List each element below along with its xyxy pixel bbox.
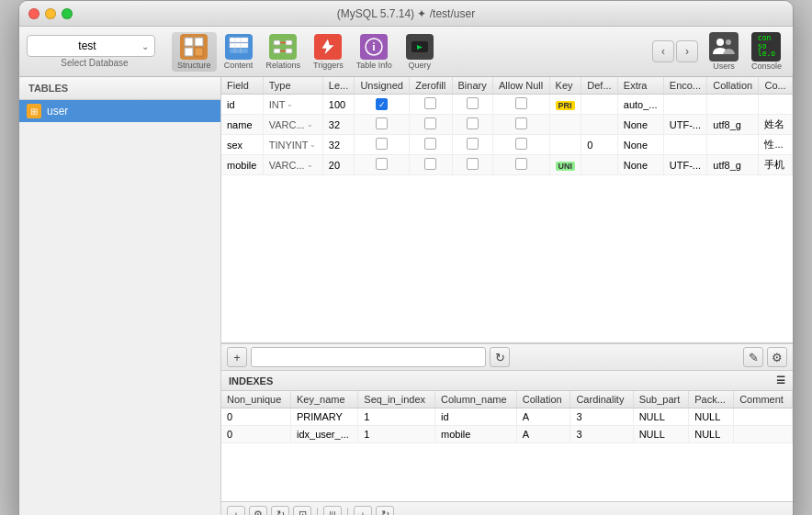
idx-col-cardinality: Cardinality [570, 391, 633, 409]
toolbar-query-button[interactable]: Query [400, 32, 440, 72]
svg-rect-1 [195, 38, 203, 46]
svg-rect-9 [274, 40, 280, 45]
structure-btn-label: Structure [177, 61, 211, 70]
structure-table: Field Type Le... Unsigned Zerofill Binar… [221, 77, 793, 175]
indexes-table: Non_unique Key_name Seq_in_index Column_… [221, 391, 793, 443]
col-zerofill: Zerofill [410, 77, 452, 95]
svg-rect-3 [195, 48, 203, 56]
idx-col-nonunique: Non_unique [221, 391, 290, 409]
bb-add2-button[interactable]: + [354, 506, 372, 516]
users-icon [709, 32, 739, 62]
sidebar-item-label: user [47, 105, 68, 118]
close-button[interactable] [28, 8, 39, 19]
database-selector[interactable]: test ⌄ [27, 35, 155, 57]
triggers-btn-label: Triggers [313, 61, 344, 70]
bb-separator2 [347, 508, 348, 516]
db-selector-arrow-icon: ⌄ [141, 41, 149, 51]
col-extra: Extra [617, 77, 663, 95]
idx-col-seq: Seq_in_index [358, 391, 435, 409]
structure-table-area[interactable]: Field Type Le... Unsigned Zerofill Binar… [221, 77, 793, 343]
sidebar-header: TABLES [19, 77, 220, 100]
filter-input[interactable] [251, 347, 486, 367]
idx-col-subpart: Sub_part [633, 391, 689, 409]
app-window: (MySQL 5.7.14) ✦ /test/user test ⌄ Selec… [18, 0, 794, 515]
users-svg-icon [712, 36, 736, 58]
idx-col-column: Column_name [435, 391, 517, 409]
sidebar: TABLES ⊞ user [19, 77, 221, 515]
bb-refresh-button[interactable]: ↻ [271, 506, 289, 516]
col-unsigned: Unsigned [355, 77, 410, 95]
bb-columns-button[interactable]: ||| [323, 506, 342, 516]
col-collation: Collation [707, 77, 759, 95]
toolbar-tableinfo-button[interactable]: i Table Info [351, 32, 398, 72]
back-icon: ‹ [661, 45, 665, 58]
col-type: Type [263, 77, 322, 95]
col-binary: Binary [452, 77, 492, 95]
table-row[interactable]: nameVARC... ⌄32NoneUTF-...utf8_g姓名 [221, 115, 793, 135]
toolbar-console-button[interactable]: console.o Console [748, 30, 785, 73]
col-allownull: Allow Null [492, 77, 549, 95]
indexes-title: INDEXES [229, 375, 273, 386]
col-key: Key [549, 77, 581, 95]
idx-col-comment: Comment [734, 391, 793, 409]
query-icon [410, 37, 430, 57]
svg-rect-4 [230, 38, 248, 42]
table-row[interactable]: sexTINYINT ⌄320None性... [221, 135, 793, 155]
relations-btn-label: Relations [266, 61, 301, 70]
query-btn-label: Query [409, 61, 432, 70]
add-row-button[interactable]: + [227, 347, 247, 367]
toolbar-structure-button[interactable]: Structure [172, 32, 217, 72]
col-length: Le... [322, 77, 355, 95]
bb-settings-button[interactable]: ⚙ [249, 506, 267, 516]
table-row[interactable]: mobileVARC... ⌄20UNINoneUTF-...utf8_g手机 [221, 155, 793, 175]
forward-icon: › [685, 45, 689, 58]
main-toolbar: test ⌄ Select Database Structure [19, 27, 793, 77]
indexes-header: INDEXES ☰ [221, 371, 793, 391]
col-field: Field [221, 77, 263, 95]
svg-rect-5 [230, 43, 248, 48]
console-icon: console.o [751, 32, 781, 62]
bottom-bar: + ⚙ ↻ ⊡ ||| + ↻ [221, 501, 793, 515]
db-selector-value: test [33, 39, 141, 52]
minimize-button[interactable] [45, 8, 56, 19]
svg-rect-10 [286, 40, 292, 45]
bb-add-button[interactable]: + [227, 506, 245, 516]
nav-forward-button[interactable]: › [676, 40, 698, 62]
table-row[interactable]: 0PRIMARY1idA3NULLNULL [221, 409, 793, 426]
svg-text:i: i [373, 40, 377, 53]
svg-marker-15 [321, 39, 334, 55]
table-row[interactable]: 0idx_user_...1mobileA3NULLNULL [221, 426, 793, 443]
bb-refresh2-button[interactable]: ↻ [376, 506, 394, 516]
settings-button[interactable]: ⚙ [767, 347, 787, 367]
svg-rect-6 [230, 49, 248, 53]
table-icon: ⊞ [27, 104, 41, 118]
nav-back-button[interactable]: ‹ [652, 40, 674, 62]
sidebar-item-user[interactable]: ⊞ user [19, 100, 220, 122]
bb-separator [317, 508, 318, 516]
toolbar-content-button[interactable]: Content [219, 32, 259, 72]
svg-point-20 [716, 39, 724, 46]
titlebar: (MySQL 5.7.14) ✦ /test/user [19, 1, 793, 27]
toolbar-users-button[interactable]: Users [705, 30, 742, 73]
refresh-button[interactable]: ↻ [490, 347, 510, 367]
idx-col-packed: Pack... [689, 391, 734, 409]
bb-image-button[interactable]: ⊡ [293, 506, 311, 516]
table-row[interactable]: idINT ⌄100✓PRIauto_... [221, 95, 793, 115]
relations-icon [273, 37, 293, 57]
table-toolbar: + ↻ ✎ ⚙ [221, 343, 793, 371]
triggers-icon [318, 37, 338, 57]
toolbar-relations-button[interactable]: Relations [261, 32, 307, 72]
tableinfo-btn-label: Table Info [356, 61, 392, 70]
window-title: (MySQL 5.7.14) ✦ /test/user [337, 7, 475, 20]
db-selector-label: Select Database [61, 58, 128, 68]
edit-button[interactable]: ✎ [743, 347, 763, 367]
main-content: TABLES ⊞ user Field Type Le... Unsigned [19, 77, 793, 515]
svg-rect-12 [286, 49, 292, 53]
indexes-table-area[interactable]: Non_unique Key_name Seq_in_index Column_… [221, 391, 793, 501]
col-comment: Co... [759, 77, 793, 95]
maximize-button[interactable] [62, 8, 73, 19]
col-default: Def... [581, 77, 618, 95]
indexes-menu-icon: ☰ [776, 375, 785, 386]
users-btn-label: Users [713, 62, 735, 71]
toolbar-triggers-button[interactable]: Triggers [308, 32, 349, 72]
